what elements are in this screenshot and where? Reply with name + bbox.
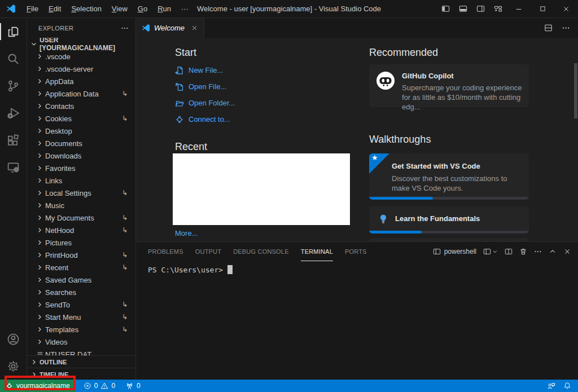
terminal-instance[interactable]: powershell — [433, 248, 476, 256]
panel-tab-debug-console[interactable]: DEBUG CONSOLE — [233, 242, 289, 261]
tree-item-favorites[interactable]: Favorites — [27, 162, 135, 174]
kill-terminal-button[interactable] — [519, 248, 527, 256]
open-file-link[interactable]: Open File... — [175, 78, 356, 95]
tab-welcome[interactable]: Welcome — [136, 18, 204, 38]
menu-item-more[interactable]: ··· — [176, 1, 194, 17]
tree-item-music[interactable]: Music — [27, 199, 135, 212]
recommended-extension-card[interactable]: GitHub Copilot Supercharge your coding e… — [369, 64, 529, 107]
chevron-right-icon — [35, 52, 44, 61]
recent-heading: Recent — [175, 140, 356, 153]
new-file-link[interactable]: New File... — [175, 62, 356, 78]
tree-item-pictures[interactable]: Pictures — [27, 236, 135, 249]
tree-item-application-data[interactable]: Application Data↳ — [27, 87, 135, 100]
warning-icon — [100, 382, 108, 390]
bottom-panel: PROBLEMSOUTPUTDEBUG CONSOLETERMINALPORTS… — [136, 241, 578, 380]
menu-item-file[interactable]: File — [21, 1, 43, 17]
tree-item-searches[interactable]: Searches — [27, 286, 135, 298]
menu-item-go[interactable]: Go — [133, 1, 152, 17]
close-window-button[interactable] — [554, 0, 578, 17]
tree-item-documents[interactable]: Documents — [27, 137, 135, 149]
menu-item-edit[interactable]: Edit — [43, 1, 66, 17]
editor-scrollbar[interactable] — [574, 63, 577, 118]
tree-item-saved-games[interactable]: Saved Games — [27, 274, 135, 286]
symlink-icon: ↳ — [122, 226, 135, 234]
chevron-right-icon — [35, 188, 44, 197]
terminal-output[interactable]: PS C:\Users\user> — [136, 261, 578, 274]
ports-status[interactable]: 0 — [125, 382, 141, 390]
maximize-button[interactable] — [531, 0, 554, 17]
tree-item-recent[interactable]: Recent↳ — [27, 261, 135, 274]
tree-item-videos[interactable]: Videos — [27, 336, 135, 348]
tree-item-printhood[interactable]: PrintHood↳ — [27, 249, 135, 261]
walkthrough-card-partial[interactable] — [369, 238, 529, 241]
notifications-button[interactable] — [563, 382, 571, 390]
forwarded-ports-count: 0 — [137, 382, 141, 390]
close-tab-icon[interactable] — [191, 24, 198, 32]
minimize-button[interactable] — [507, 0, 531, 17]
settings-gear-icon[interactable] — [0, 353, 27, 380]
tree-item--vscode[interactable]: .vscode — [27, 50, 135, 63]
problems-status[interactable]: 0 0 — [84, 382, 115, 390]
more-recent-link[interactable]: More... — [175, 229, 356, 237]
customize-layout-icon[interactable] — [489, 0, 507, 17]
tree-item-desktop[interactable]: Desktop — [27, 125, 135, 137]
tree-item-templates[interactable]: Templates↳ — [27, 323, 135, 336]
chevron-right-icon — [35, 238, 44, 247]
tree-item-links[interactable]: Links — [27, 174, 135, 187]
tree-item--vscode-server[interactable]: .vscode-server — [27, 63, 135, 75]
launch-profile-button[interactable] — [483, 248, 498, 256]
chevron-right-icon — [35, 288, 44, 297]
tree-item-ntuser-dat[interactable]: NTUSER.DAT — [27, 348, 135, 355]
source-control-icon[interactable] — [0, 72, 27, 99]
tree-item-cookies[interactable]: Cookies↳ — [27, 112, 135, 125]
outline-section-header[interactable]: OUTLINE — [27, 355, 135, 368]
walkthrough-card-fundamentals[interactable]: Learn the Fundamentals — [369, 206, 529, 234]
menu-item-run[interactable]: Run — [152, 1, 176, 17]
panel-tab-problems[interactable]: PROBLEMS — [148, 242, 183, 261]
remote-explorer-icon[interactable] — [0, 153, 27, 180]
symlink-icon: ↳ — [122, 90, 135, 98]
menu-item-view[interactable]: View — [107, 1, 133, 17]
connect-to-link[interactable]: Connect to... — [175, 111, 356, 127]
more-editor-actions-icon[interactable] — [562, 24, 570, 32]
warning-count: 0 — [111, 382, 115, 390]
remote-indicator[interactable]: yourmagicalname — [0, 380, 76, 392]
timeline-section-header[interactable]: TIMELINE — [27, 368, 135, 380]
accounts-icon[interactable] — [0, 325, 27, 353]
activity-bar — [0, 18, 27, 380]
split-editor-icon[interactable] — [544, 24, 553, 32]
panel-tab-output[interactable]: OUTPUT — [195, 242, 221, 261]
chevron-right-icon — [35, 176, 44, 185]
maximize-panel-button[interactable] — [549, 248, 557, 256]
run-debug-icon[interactable] — [0, 99, 27, 126]
tree-item-contacts[interactable]: Contacts — [27, 100, 135, 112]
search-icon[interactable] — [0, 45, 27, 72]
walkthrough-progress — [369, 231, 529, 234]
extension-title: GitHub Copilot — [402, 72, 522, 80]
split-terminal-button[interactable] — [505, 248, 513, 256]
explorer-more-actions-icon[interactable] — [121, 24, 129, 32]
toggle-secondary-sidebar-icon[interactable] — [472, 0, 489, 17]
tree-item-sendto[interactable]: SendTo↳ — [27, 298, 135, 311]
toggle-panel-icon[interactable] — [454, 0, 472, 17]
extensions-icon[interactable] — [0, 126, 27, 153]
panel-tab-ports[interactable]: PORTS — [345, 242, 367, 261]
menu-item-selection[interactable]: Selection — [66, 1, 106, 17]
tree-item-nethood[interactable]: NetHood↳ — [27, 224, 135, 236]
tree-root-folder[interactable]: USER [YOURMAGICALNAME] — [27, 38, 135, 50]
terminal-toolbar: powershell — [433, 248, 571, 256]
walkthrough-card-get-started[interactable]: ★ Get Started with VS Code Discover the … — [369, 153, 529, 200]
feedback-button[interactable] — [547, 382, 555, 390]
vscode-logo-icon — [0, 4, 21, 14]
tree-item-my-documents[interactable]: My Documents↳ — [27, 212, 135, 224]
tree-item-appdata[interactable]: AppData — [27, 75, 135, 87]
explorer-icon[interactable] — [0, 18, 27, 45]
panel-tab-terminal[interactable]: TERMINAL — [301, 242, 333, 261]
panel-more-actions-button[interactable] — [534, 248, 542, 256]
tree-item-start-menu[interactable]: Start Menu↳ — [27, 311, 135, 323]
tree-item-downloads[interactable]: Downloads — [27, 149, 135, 162]
close-panel-button[interactable] — [563, 248, 571, 256]
tree-item-local-settings[interactable]: Local Settings↳ — [27, 187, 135, 199]
toggle-primary-sidebar-icon[interactable] — [437, 0, 454, 17]
open-folder-link[interactable]: Open Folder... — [175, 95, 356, 111]
